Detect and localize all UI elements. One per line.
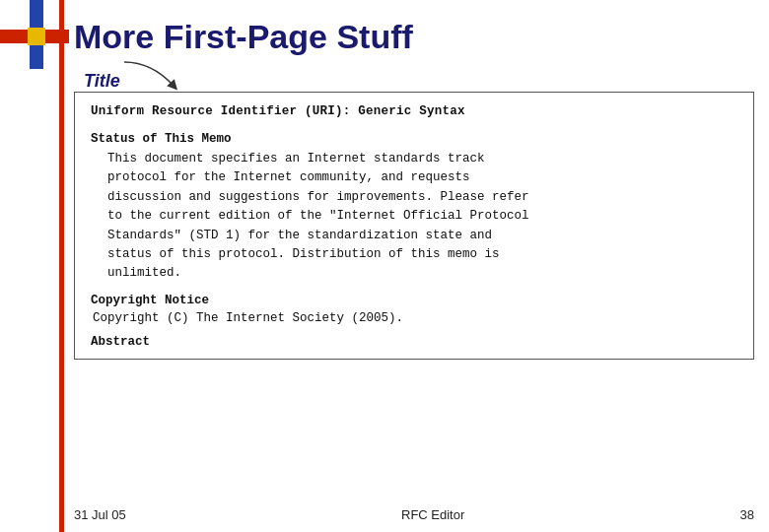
footer-page-number: 38 [740, 507, 754, 522]
doc-uri-title: Uniform Resource Identifier (URI): Gener… [91, 104, 737, 118]
footer-date: 31 Jul 05 [74, 507, 126, 522]
corner-bar-gold [28, 28, 45, 45]
doc-status-body: This document specifies an Internet stan… [93, 150, 737, 284]
doc-copyright-body: Copyright (C) The Internet Society (2005… [93, 311, 737, 325]
doc-abstract-header: Abstract [91, 335, 737, 349]
document-box: Uniform Resource Identifier (URI): Gener… [74, 92, 754, 360]
title-label: Title [84, 71, 120, 92]
doc-copyright-header: Copyright Notice [91, 294, 737, 307]
doc-status-header: Status of This Memo [91, 132, 737, 146]
left-accent-bar [59, 0, 64, 532]
slide-footer: 31 Jul 05 RFC Editor 38 [74, 507, 754, 522]
title-arrow-icon [122, 58, 181, 94]
main-content: More First-Page Stuff Title Uniform Reso… [74, 10, 754, 522]
footer-center: RFC Editor [401, 507, 464, 522]
title-annotation: Title [84, 58, 181, 92]
doc-section: Title Uniform Resource Identifier (URI):… [74, 92, 754, 360]
slide-title: More First-Page Stuff [74, 18, 754, 56]
